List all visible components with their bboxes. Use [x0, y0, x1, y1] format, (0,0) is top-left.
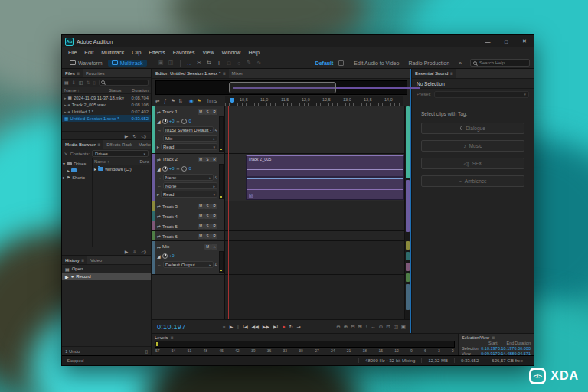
track-5-lane[interactable] — [225, 221, 410, 230]
pan-knob[interactable] — [181, 166, 187, 172]
volume-value[interactable]: +0 — [169, 166, 175, 171]
zoom-selection-icon[interactable]: ⊙ — [379, 324, 383, 330]
track-name[interactable]: Track 4 — [162, 214, 178, 219]
rewind-button[interactable]: ◀◀ — [252, 324, 259, 329]
files-search-input[interactable] — [99, 80, 149, 86]
timeline-ruler[interactable]: 10,5 11,0 11,5 12,0 12,5 13,0 13,5 14,0 — [225, 96, 403, 106]
tab-video[interactable]: Video — [87, 256, 105, 264]
monitor-input-icon[interactable]: ϟ — [215, 128, 217, 132]
menu-window[interactable]: Window — [217, 50, 244, 55]
menu-help[interactable]: Help — [244, 50, 263, 55]
pan-value[interactable]: 0 — [188, 119, 191, 123]
media-list-row[interactable]: ▸ Windows (C:) — [93, 165, 151, 172]
track-3-header[interactable]: ⇌ Track 3 M S R — [152, 201, 225, 211]
tab-history[interactable]: History≣ — [62, 256, 87, 264]
volume-knob[interactable] — [162, 253, 168, 259]
auto-play-speaker-icon[interactable]: ◁) — [141, 249, 146, 254]
track-4-header[interactable]: ⇌ Track 4 M S R — [152, 211, 225, 220]
arm-record-button[interactable]: R — [211, 224, 217, 229]
arm-record-button[interactable]: R — [211, 157, 217, 162]
monitor-icon[interactable]: ∩ — [211, 244, 217, 250]
solo-button[interactable]: S — [204, 157, 211, 162]
maximize-button[interactable]: □ — [497, 35, 515, 47]
close-button[interactable]: ✕ — [515, 35, 534, 47]
pan-value[interactable]: 0 — [188, 166, 191, 171]
tag-music-button[interactable]: ♪ Music — [421, 140, 524, 152]
vertical-track-navigator[interactable] — [404, 106, 410, 319]
spot-heal-tool-icon[interactable]: ∿ — [255, 60, 263, 66]
playhead-time-display[interactable]: 0:10.197 — [157, 323, 211, 331]
import-into-session-icon[interactable]: ⇩ — [132, 249, 136, 254]
workspace-edit-audio-to-video[interactable]: Edit Audio to Video — [350, 60, 403, 66]
expand-chevron-icon[interactable]: ▸ — [64, 96, 67, 100]
trash-icon[interactable]: ▯ — [93, 80, 95, 85]
tab-files[interactable]: Files≣ — [62, 69, 83, 77]
auto-play-speaker-icon[interactable]: ◁) — [141, 133, 146, 139]
file-row-selected[interactable]: ▦ Untitled Session 1.sesx * 0:33.652 — [62, 115, 151, 122]
selection-duration[interactable]: 0:00.000 — [514, 346, 531, 351]
tag-ambience-button[interactable]: ≈ Ambience — [421, 175, 524, 187]
history-item-open[interactable]: ▤ Open — [62, 265, 151, 273]
empty-lane-area[interactable] — [225, 275, 410, 319]
track-2-header[interactable]: ⇌ Track 2 M S R — [152, 154, 225, 201]
marquee-tool-icon[interactable]: □ — [225, 60, 234, 66]
file-row[interactable]: ▸ ≈ Untitled 1 * 0:07.402 — [62, 108, 151, 115]
arm-record-button[interactable]: R — [211, 204, 217, 209]
solo-button[interactable]: S — [204, 234, 211, 239]
global-fx-icon[interactable]: ƒ — [164, 98, 167, 103]
pause-button[interactable]: ∥ — [237, 324, 239, 329]
fast-forward-button[interactable]: ▶▶ — [263, 324, 270, 329]
file-row[interactable]: ▸ ▦ 2024-11-09 11-37-18.mkv 0:08.704 — [62, 94, 151, 101]
track-4-lane[interactable] — [225, 211, 410, 220]
menu-view[interactable]: View — [198, 50, 217, 55]
track-name[interactable]: Track 5 — [162, 224, 178, 229]
zoom-navigator-bar[interactable]: ⊛ — [155, 80, 407, 95]
track-6-header[interactable]: ⇌ Track 6 M S R — [152, 231, 225, 240]
chevron-right-icon[interactable]: ▸ — [94, 167, 96, 172]
track-2-lane[interactable]: Track 2_005 dB — [225, 154, 410, 201]
yellow-marker-icon[interactable]: ⚑ — [197, 98, 201, 104]
tab-mixer[interactable]: Mixer — [229, 69, 247, 78]
loop-preview-icon[interactable]: ↻ — [132, 133, 136, 139]
slip-tool-icon[interactable]: ⇆ — [205, 60, 214, 66]
go-to-end-button[interactable]: ▶I — [273, 324, 278, 329]
arm-record-button[interactable]: R — [211, 109, 217, 115]
extract-audio-icon[interactable]: ◫ — [79, 80, 83, 85]
trash-icon[interactable]: ▯ — [145, 348, 148, 354]
volume-knob[interactable] — [162, 119, 168, 124]
menu-multitrack[interactable]: Multitrack — [97, 50, 128, 55]
track-name[interactable]: Track 1 — [162, 109, 178, 114]
volume-envelope-line[interactable] — [247, 178, 403, 179]
track-name[interactable]: Track 3 — [162, 204, 178, 209]
zoom-in-icon[interactable]: ⊕ — [344, 324, 348, 330]
volume-value[interactable]: +0 — [169, 119, 175, 123]
workspace-grid-icon[interactable] — [338, 60, 344, 66]
track-output-dropdown[interactable]: None▸ — [163, 182, 217, 189]
track-6-lane[interactable] — [225, 231, 410, 240]
tab-editor[interactable]: Editor: Untitled Session 1.sesx *≣ — [152, 69, 229, 78]
solo-button[interactable]: S — [204, 214, 211, 219]
mute-button[interactable]: M — [198, 234, 204, 239]
mix-track-header[interactable]: ↦ Mix M ∩ ◢ — [152, 241, 225, 274]
tab-levels[interactable]: Levels — [155, 335, 168, 340]
workspace-overflow-chevron[interactable]: » — [455, 60, 466, 66]
record-button[interactable]: ● — [282, 324, 285, 329]
monitor-input-icon[interactable]: ϟ — [215, 175, 217, 180]
panel-menu-icon[interactable]: ≣ — [492, 335, 495, 340]
selection-end[interactable]: 0:10.197 — [498, 346, 514, 351]
selection-start[interactable]: 0:10.197 — [481, 346, 498, 351]
expand-chevron-icon[interactable]: ▸ — [64, 103, 67, 107]
go-to-start-button[interactable]: I◀ — [243, 324, 247, 329]
loop-playback-button[interactable]: ↻ — [289, 324, 293, 329]
move-tool-icon[interactable]: ↔ — [185, 60, 194, 66]
contents-dropdown[interactable]: Drives ▾ — [92, 150, 149, 157]
solo-button[interactable]: S — [204, 224, 211, 229]
mix-track-lane[interactable] — [225, 241, 410, 274]
chevron-right-icon[interactable]: ▸ — [157, 191, 159, 197]
track-name[interactable]: Track 6 — [162, 234, 178, 239]
expand-chevron-icon[interactable]: ▸ — [64, 109, 67, 114]
stop-button[interactable]: ■ — [223, 325, 226, 329]
menu-effects[interactable]: Effects — [145, 50, 168, 55]
workspace-radio-production[interactable]: Radio Production — [404, 60, 453, 66]
zoom-in-horizontal-icon[interactable]: ⊞ — [358, 324, 362, 330]
